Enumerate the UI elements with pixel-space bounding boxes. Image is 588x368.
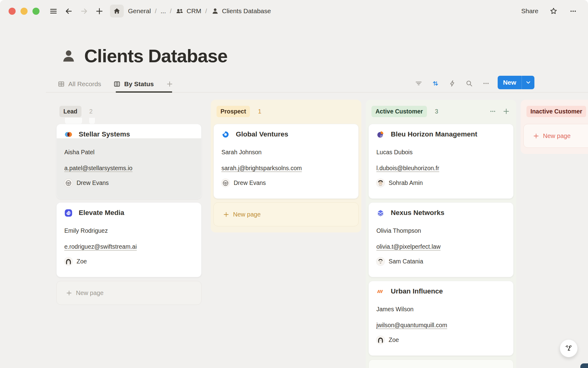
breadcrumb-clients-database[interactable]: Clients Database	[211, 7, 271, 15]
breadcrumb-ellipsis[interactable]: ...	[160, 7, 166, 15]
card-company: Stellar Systems	[79, 130, 130, 138]
new-page-button-prospect[interactable]: New page	[213, 202, 359, 226]
board-column-inactive-customer: Inactive Customer New page	[521, 100, 588, 154]
zap-icon[interactable]	[448, 79, 456, 87]
page-header: Clients Database	[60, 45, 228, 67]
add-view-icon[interactable]	[166, 80, 173, 88]
card-company: Urban Influence	[391, 287, 443, 295]
avatar-sohrab-amin	[376, 179, 385, 187]
forward-icon[interactable]	[79, 6, 89, 16]
share-button[interactable]: Share	[521, 7, 538, 15]
ring-logo-icon	[221, 130, 230, 139]
column-count: 1	[258, 108, 261, 115]
notion-window: General / ... / CRM / Clients Database S…	[0, 0, 588, 368]
card-email-link[interactable]: jwilson@quantumquill.com	[376, 322, 506, 329]
card-email-link[interactable]: sarah.j@brightsparksolns.com	[221, 165, 351, 172]
card-nexus-networks[interactable]: Nexus Networks Olivia Thompson olivia.t@…	[368, 202, 514, 277]
card-company: Elevate Media	[79, 209, 124, 217]
more-icon[interactable]	[482, 79, 490, 87]
card-owner-chip: Sohrab Amin	[376, 179, 506, 187]
home-icon[interactable]	[110, 5, 124, 17]
ai-face-icon	[564, 343, 574, 353]
card-email-link[interactable]: e.rodriguez@swiftstream.ai	[64, 243, 194, 251]
card-email-link[interactable]: olivia.t@pixelperfect.law	[376, 243, 506, 251]
card-owner: Zoe	[389, 336, 399, 343]
card-company: Bleu Horizon Management	[391, 130, 477, 138]
tab-all-records[interactable]: All Records	[58, 80, 101, 88]
new-record-button[interactable]: New	[498, 76, 534, 89]
column-header: Inactive Customer	[523, 100, 588, 117]
minimize-window-button[interactable]	[21, 8, 28, 15]
back-icon[interactable]	[64, 6, 73, 16]
traffic-lights	[9, 8, 40, 15]
duotone-circle-logo-icon	[376, 130, 385, 139]
chevron-down-icon[interactable]	[522, 76, 534, 89]
column-count: 2	[89, 108, 93, 115]
tab-by-status[interactable]: By Status	[113, 80, 154, 88]
card-company: Global Ventures	[236, 130, 288, 138]
layers-logo-icon	[376, 209, 385, 217]
new-page-label: New page	[543, 132, 571, 140]
avatar-drew-evans	[64, 179, 73, 187]
new-page-label: New page	[76, 289, 104, 297]
card-email-link[interactable]: a.patel@stellarsystems.io	[64, 165, 194, 172]
column-pill-inactive-customer[interactable]: Inactive Customer	[526, 106, 586, 117]
column-count: 3	[435, 108, 438, 115]
column-pill-prospect[interactable]: Prospect	[217, 106, 250, 117]
new-page-label: New page	[233, 211, 261, 218]
breadcrumb-general[interactable]: General	[128, 7, 151, 15]
card-owner-chip: Sam Catania	[376, 257, 506, 266]
board-column-lead: Lead 2 Stellar Systems Aisha Patel a.pat…	[54, 100, 204, 311]
avatar-zoe	[64, 257, 73, 266]
card-global-ventures[interactable]: Global Ventures Sarah Johnson sarah.j@br…	[213, 124, 359, 199]
window-topbar: General / ... / CRM / Clients Database S…	[0, 0, 588, 22]
card-contact: Aisha Patel	[64, 149, 194, 156]
filter-icon[interactable]	[414, 79, 423, 87]
column-more-icon[interactable]	[489, 108, 496, 115]
column-pill-lead[interactable]: Lead	[59, 106, 81, 117]
favorite-star-icon[interactable]	[549, 6, 558, 16]
breadcrumb-crm-label: CRM	[187, 7, 201, 15]
card-contact: Lucas Dubois	[376, 149, 506, 156]
column-header: Lead 2	[56, 100, 202, 117]
card-email-link[interactable]: l.dubois@bleuhorizon.fr	[376, 165, 506, 172]
card-elevate-media[interactable]: Elevate Media Emily Rodriguez e.rodrigue…	[56, 202, 202, 277]
sidebar-menu-icon[interactable]	[49, 6, 58, 16]
card-owner: Sam Catania	[389, 258, 423, 265]
search-icon[interactable]	[465, 79, 473, 87]
active-tab-underline	[116, 91, 172, 93]
new-page-button-inactive[interactable]: New page	[523, 124, 588, 148]
breadcrumb: General / ... / CRM / Clients Database	[128, 7, 271, 15]
sort-icon[interactable]	[431, 79, 439, 87]
column-header-actions	[489, 108, 510, 115]
card-stellar-systems[interactable]: Stellar Systems Aisha Patel a.patel@stel…	[56, 124, 202, 199]
new-button-label[interactable]: New	[498, 76, 522, 89]
venn-logo-icon	[64, 130, 73, 139]
tab-label: By Status	[124, 80, 154, 88]
breadcrumb-crm[interactable]: CRM	[175, 7, 201, 15]
corner-widget	[580, 363, 588, 368]
close-window-button[interactable]	[9, 8, 16, 15]
new-page-button-active[interactable]	[368, 359, 514, 368]
card-owner-chip: Zoe	[376, 336, 506, 344]
avatar-sam-catania	[376, 257, 385, 266]
column-add-icon[interactable]	[503, 108, 510, 115]
tab-label: All Records	[68, 80, 101, 88]
stripes-logo-icon	[376, 287, 385, 296]
view-tabs: All Records By Status	[58, 76, 173, 92]
more-options-icon[interactable]	[568, 6, 578, 16]
person-icon[interactable]	[60, 48, 77, 64]
card-contact: Olivia Thompson	[376, 227, 506, 235]
board-column-active-customer: Active Customer 3 Bleu Horizon Managemen…	[366, 100, 516, 368]
card-urban-influence[interactable]: Urban Influence James Wilson jwilson@qua…	[368, 281, 514, 356]
new-page-button-lead[interactable]: New page	[56, 281, 202, 305]
column-pill-active-customer[interactable]: Active Customer	[371, 106, 427, 117]
card-owner-chip: Drew Evans	[64, 179, 194, 187]
card-bleu-horizon-management[interactable]: Bleu Horizon Management Lucas Dubois l.d…	[368, 124, 514, 199]
spiral-logo-icon	[64, 209, 73, 217]
new-tab-icon[interactable]	[95, 6, 104, 16]
breadcrumb-separator: /	[205, 8, 207, 15]
notion-ai-button[interactable]	[560, 339, 578, 357]
card-owner: Drew Evans	[77, 179, 109, 186]
zoom-window-button[interactable]	[32, 8, 40, 15]
